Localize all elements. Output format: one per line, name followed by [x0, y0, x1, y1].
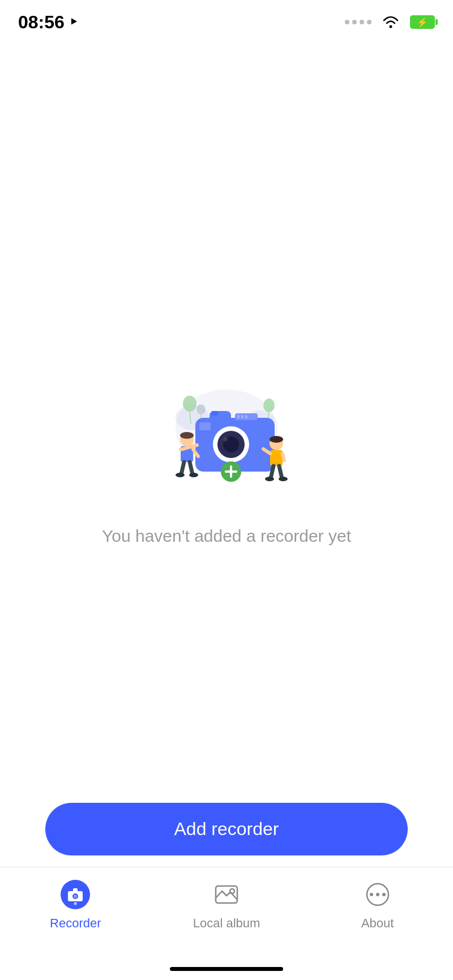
svg-rect-15 — [245, 415, 247, 418]
home-indicator — [170, 967, 283, 971]
recorder-illustration — [136, 361, 317, 508]
svg-point-52 — [376, 893, 379, 896]
svg-point-4 — [183, 396, 196, 412]
local-album-tab-label: Local album — [193, 916, 260, 931]
battery-icon: ⚡ — [410, 15, 435, 29]
tab-recorder[interactable]: Recorder — [0, 879, 151, 931]
svg-line-28 — [190, 462, 193, 474]
svg-line-35 — [283, 453, 284, 460]
add-recorder-button[interactable]: Add recorder — [45, 803, 408, 855]
svg-rect-21 — [211, 411, 218, 416]
tab-bar: Recorder Local album About — [0, 867, 453, 980]
svg-point-6 — [263, 399, 275, 412]
svg-point-32 — [270, 436, 283, 443]
svg-point-47 — [74, 895, 77, 898]
svg-point-8 — [196, 404, 206, 414]
svg-rect-14 — [241, 415, 243, 418]
battery-bolt-icon: ⚡ — [417, 17, 428, 28]
signal-dots-icon — [345, 20, 371, 24]
local-album-tab-icon — [211, 879, 242, 910]
recorder-tab-label: Recorder — [50, 916, 101, 931]
status-bar: 08:56 ‣ ⚡ — [0, 0, 453, 40]
svg-point-23 — [180, 432, 194, 439]
status-time: 08:56 ‣ — [18, 12, 78, 33]
svg-rect-45 — [73, 888, 78, 892]
svg-point-38 — [265, 477, 274, 481]
location-arrow-icon: ‣ — [69, 14, 78, 31]
main-content: You haven't added a recorder yet — [0, 40, 453, 867]
svg-line-37 — [279, 466, 282, 478]
svg-point-30 — [189, 473, 198, 477]
about-tab-icon — [362, 879, 394, 910]
status-right: ⚡ — [345, 14, 435, 30]
svg-line-36 — [271, 466, 273, 478]
recorder-tab-icon — [59, 879, 91, 910]
svg-rect-33 — [270, 450, 283, 466]
tab-about[interactable]: About — [302, 879, 453, 931]
illustration-container: You haven't added a recorder yet — [102, 361, 351, 546]
svg-rect-20 — [199, 422, 211, 430]
svg-rect-13 — [237, 415, 240, 418]
wifi-icon — [381, 14, 401, 30]
svg-point-48 — [74, 902, 77, 905]
svg-point-54 — [382, 893, 386, 896]
svg-line-27 — [181, 462, 184, 474]
svg-point-0 — [390, 25, 392, 28]
empty-message: You haven't added a recorder yet — [102, 527, 351, 546]
battery-tip — [435, 19, 438, 25]
svg-point-39 — [279, 477, 288, 481]
svg-point-50 — [230, 889, 234, 893]
about-tab-label: About — [361, 916, 394, 931]
tab-local-album[interactable]: Local album — [151, 879, 302, 931]
svg-point-53 — [370, 893, 373, 896]
svg-point-29 — [176, 473, 185, 477]
svg-point-19 — [223, 437, 228, 442]
